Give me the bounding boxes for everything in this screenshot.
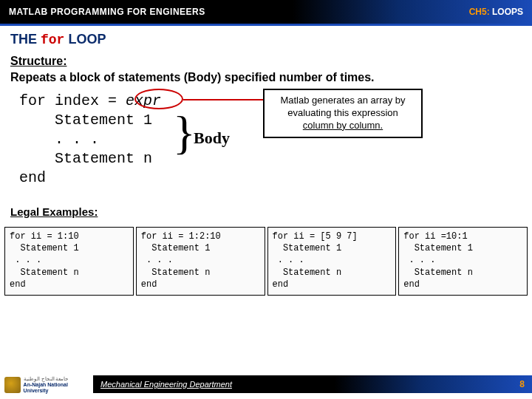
university-logo-area: جامعة النجاح الوطنية An-Najah National U… (0, 371, 93, 399)
department-name: Mechanical Engineering Department (100, 380, 232, 389)
ex-line: for ii = 1:2:10 (141, 231, 260, 242)
ex-line: Statement 1 (10, 242, 129, 254)
ex-line: . . . (10, 254, 129, 266)
chapter-number: CH5: (469, 7, 490, 17)
body-label: Body (194, 129, 230, 148)
title-the: THE (10, 32, 41, 47)
slide-header: MATLAB PROGRAMMING FOR ENGINEERS CH5: LO… (0, 0, 532, 24)
code-line-4: Statement n (19, 149, 522, 168)
examples-row: for ii = 1:10 Statement 1 . . . Statemen… (0, 227, 532, 296)
ex-line: for ii =10:1 (403, 231, 522, 242)
ex-line: Statement 1 (403, 242, 522, 254)
example-box: for ii =10:1 Statement 1 . . . Statement… (398, 227, 528, 296)
page-number: 8 (519, 379, 525, 389)
callout-line-2: evaluating this expression (270, 107, 415, 120)
ex-line: Statement n (141, 267, 260, 279)
code-line-5: end (19, 168, 522, 188)
uni-name-arabic: جامعة النجاح الوطنية (24, 376, 93, 382)
ex-line: for ii = [5 9 7] (273, 231, 392, 242)
university-logo-icon (4, 377, 21, 393)
legal-examples-heading: Legal Examples: (10, 205, 532, 218)
callout-line-1: Matlab generates an array by (270, 95, 415, 107)
code-structure-diagram: for index = expr Statement 1 . . . State… (19, 92, 522, 191)
ex-line: . . . (273, 254, 392, 266)
structure-heading: Structure: (10, 55, 522, 68)
title-loop: LOOP (64, 32, 106, 47)
uni-name-english: An-Najah National University (24, 382, 93, 393)
title-for-keyword: for (41, 33, 64, 47)
ex-line: end (10, 279, 129, 290)
chapter-topic: LOOPS (490, 7, 523, 17)
ex-line: end (273, 279, 392, 290)
ex-line: Statement n (273, 267, 392, 279)
header-title: MATLAB PROGRAMMING FOR ENGINEERS (9, 7, 205, 17)
slide-title: THE for LOOP (0, 26, 532, 50)
callout-line-3: column by column. (270, 120, 415, 132)
structure-description: Repeats a block of statements (Body) spe… (10, 71, 522, 84)
ex-line: Statement 1 (273, 242, 392, 254)
curly-brace-icon: } (173, 109, 196, 157)
ex-line: Statement 1 (141, 242, 260, 254)
ex-line: end (403, 279, 522, 290)
slide-footer: جامعة النجاح الوطنية An-Najah National U… (0, 371, 532, 399)
content-area: Structure: Repeats a block of statements… (0, 50, 532, 205)
example-box: for ii = 1:10 Statement 1 . . . Statemen… (4, 227, 134, 296)
ex-line: Statement n (10, 267, 129, 279)
footer-bar: Mechanical Engineering Department 8 (93, 375, 532, 393)
expr-callout-box: Matlab generates an array by evaluating … (263, 89, 423, 138)
header-chapter: CH5: LOOPS (469, 7, 523, 17)
example-box: for ii = 1:2:10 Statement 1 . . . Statem… (136, 227, 265, 296)
ex-line: end (141, 279, 260, 290)
example-box: for ii = [5 9 7] Statement 1 . . . State… (267, 227, 397, 296)
ex-line: for ii = 1:10 (10, 231, 129, 242)
ex-line: . . . (141, 254, 260, 266)
connector-line-icon (183, 99, 263, 100)
ex-line: . . . (403, 254, 522, 266)
university-name: جامعة النجاح الوطنية An-Najah National U… (24, 376, 93, 393)
ex-line: Statement n (403, 267, 522, 279)
